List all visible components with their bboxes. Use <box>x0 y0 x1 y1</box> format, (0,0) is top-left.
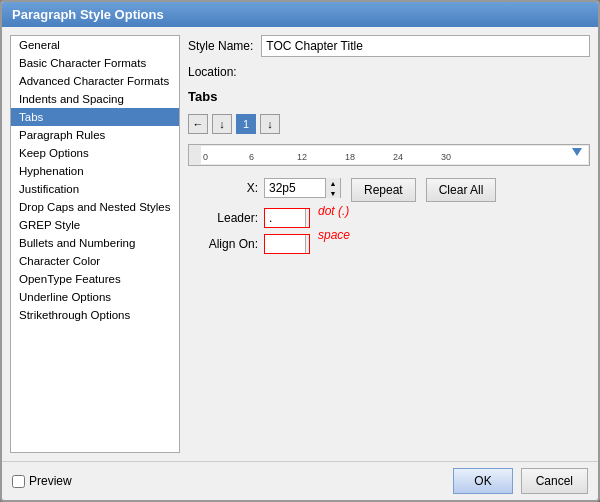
leader-input-wrapper <box>264 208 306 228</box>
main-content: Style Name: Location: Tabs ← ↓ 1 ↓ 0 <box>188 35 590 453</box>
dialog-title: Paragraph Style Options <box>12 7 164 22</box>
sidebar-item-underline-options[interactable]: Underline Options <box>11 288 179 306</box>
preview-label: Preview <box>29 474 72 488</box>
paragraph-style-dialog: Paragraph Style Options GeneralBasic Cha… <box>0 0 600 502</box>
align-input[interactable] <box>265 235 305 253</box>
x-spinner-up[interactable]: ▲ <box>326 178 340 188</box>
ruler-tab-marker <box>572 148 582 156</box>
preview-checkbox[interactable] <box>12 475 25 488</box>
sidebar-item-justification[interactable]: Justification <box>11 180 179 198</box>
space-annotation: space <box>318 228 350 242</box>
repeat-btn[interactable]: Repeat <box>351 178 416 202</box>
dialog-footer: Preview OK Cancel <box>2 461 598 500</box>
dialog-titlebar: Paragraph Style Options <box>2 2 598 27</box>
location-row: Location: <box>188 65 590 79</box>
tab-down-btn[interactable]: ↓ <box>212 114 232 134</box>
clear-all-btn[interactable]: Clear All <box>426 178 497 202</box>
footer-buttons: OK Cancel <box>453 468 588 494</box>
leader-align-section: Leader: Align On: dot (.) <box>188 208 590 258</box>
sidebar-item-basic-character-formats[interactable]: Basic Character Formats <box>11 54 179 72</box>
sidebar-item-opentype-features[interactable]: OpenType Features <box>11 270 179 288</box>
x-fields-row: X: ▲ ▼ Repeat Clear All <box>188 178 590 202</box>
sidebar-item-indents-and-spacing[interactable]: Indents and Spacing <box>11 90 179 108</box>
sidebar-item-tabs[interactable]: Tabs <box>11 108 179 126</box>
leader-input[interactable] <box>265 209 305 227</box>
tab-left-btn[interactable]: ← <box>188 114 208 134</box>
tabs-toolbar: ← ↓ 1 ↓ <box>188 114 590 134</box>
x-input-wrapper: ▲ ▼ <box>264 178 341 198</box>
style-name-input[interactable] <box>261 35 590 57</box>
location-label: Location: <box>188 65 237 79</box>
sidebar-item-hyphenation[interactable]: Hyphenation <box>11 162 179 180</box>
ok-button[interactable]: OK <box>453 468 512 494</box>
align-label: Align On: <box>188 237 258 251</box>
tab-right-btn[interactable]: ↓ <box>260 114 280 134</box>
style-name-label: Style Name: <box>188 39 253 53</box>
sidebar-item-paragraph-rules[interactable]: Paragraph Rules <box>11 126 179 144</box>
sidebar-item-advanced-character-formats[interactable]: Advanced Character Formats <box>11 72 179 90</box>
x-spinner: ▲ ▼ <box>325 178 340 198</box>
style-name-row: Style Name: <box>188 35 590 57</box>
preview-section: Preview <box>12 474 72 488</box>
cancel-button[interactable]: Cancel <box>521 468 588 494</box>
x-input[interactable] <box>265 179 325 197</box>
sidebar-item-character-color[interactable]: Character Color <box>11 252 179 270</box>
align-input-wrapper <box>264 234 306 254</box>
align-field-row: Align On: <box>188 234 590 254</box>
dot-annotation: dot (.) <box>318 204 349 218</box>
sidebar-item-strikethrough-options[interactable]: Strikethrough Options <box>11 306 179 324</box>
sidebar-item-keep-options[interactable]: Keep Options <box>11 144 179 162</box>
x-spinner-down[interactable]: ▼ <box>326 188 340 198</box>
ruler: 0 6 12 18 24 30 <box>188 144 590 166</box>
sidebar-item-grep-style[interactable]: GREP Style <box>11 216 179 234</box>
leader-label: Leader: <box>188 211 258 225</box>
ruler-inner: 0 6 12 18 24 30 <box>201 146 588 164</box>
leader-field-row: Leader: <box>188 208 590 228</box>
sidebar-item-drop-caps-and-nested-styles[interactable]: Drop Caps and Nested Styles <box>11 198 179 216</box>
x-label: X: <box>188 181 258 195</box>
sidebar: GeneralBasic Character FormatsAdvanced C… <box>10 35 180 453</box>
section-title: Tabs <box>188 89 590 104</box>
tab-center-btn[interactable]: 1 <box>236 114 256 134</box>
dialog-body: GeneralBasic Character FormatsAdvanced C… <box>2 27 598 461</box>
x-field-row: X: ▲ ▼ <box>188 178 341 198</box>
sidebar-item-general[interactable]: General <box>11 36 179 54</box>
sidebar-item-bullets-and-numbering[interactable]: Bullets and Numbering <box>11 234 179 252</box>
